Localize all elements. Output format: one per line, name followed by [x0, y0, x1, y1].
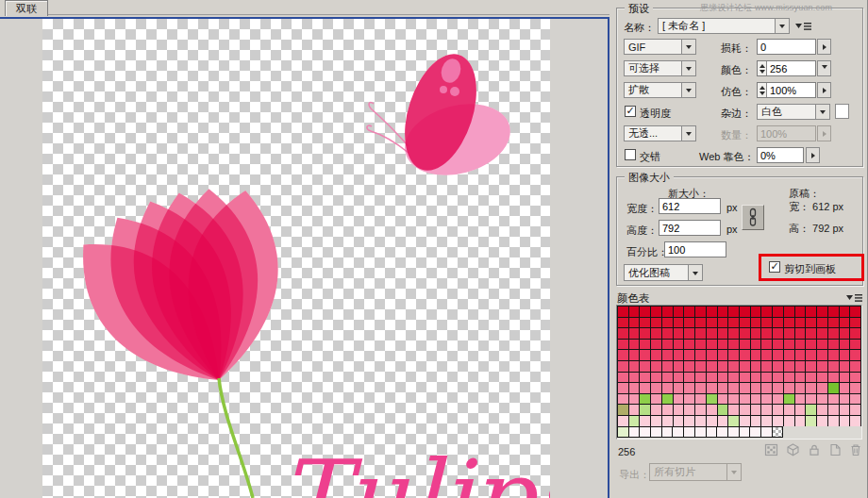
color-swatch[interactable]	[629, 328, 640, 339]
color-swatch[interactable]	[817, 340, 827, 350]
color-swatch[interactable]	[718, 416, 728, 426]
color-swatch[interactable]	[784, 340, 794, 350]
color-swatch[interactable]	[740, 416, 750, 426]
color-swatch[interactable]	[750, 427, 760, 438]
color-swatch[interactable]	[761, 318, 772, 328]
color-swatch[interactable]	[618, 361, 628, 372]
color-swatch[interactable]	[695, 383, 706, 393]
color-swatch[interactable]	[662, 427, 673, 438]
color-swatch[interactable]	[751, 307, 761, 317]
color-swatch[interactable]	[662, 318, 673, 328]
palette-combo[interactable]: 可选择	[624, 60, 696, 76]
color-swatch[interactable]	[640, 307, 650, 317]
color-swatch[interactable]	[773, 383, 783, 393]
color-swatch[interactable]	[761, 427, 772, 438]
color-swatch[interactable]	[717, 427, 727, 438]
color-swatch[interactable]	[662, 350, 673, 360]
color-swatch[interactable]	[618, 416, 628, 426]
color-swatch[interactable]	[640, 350, 650, 360]
color-swatch[interactable]	[840, 405, 850, 415]
color-swatch[interactable]	[684, 318, 694, 328]
matte-dropdown-arrow[interactable]	[815, 105, 829, 119]
color-swatch[interactable]	[840, 394, 850, 405]
color-swatch[interactable]	[662, 361, 673, 372]
color-swatch[interactable]	[784, 307, 794, 317]
color-swatch[interactable]	[761, 383, 772, 393]
color-swatch[interactable]	[806, 394, 816, 405]
color-swatch[interactable]	[651, 328, 661, 339]
color-swatch[interactable]	[695, 328, 706, 339]
percent-input[interactable]	[665, 242, 726, 257]
tab-2up[interactable]: 双联	[5, 0, 48, 16]
color-swatch[interactable]	[740, 350, 750, 360]
transparency-swatch[interactable]	[773, 427, 783, 438]
color-swatch[interactable]	[618, 405, 628, 415]
color-swatch[interactable]	[751, 328, 761, 339]
color-swatch[interactable]	[751, 340, 761, 350]
color-swatch[interactable]	[684, 416, 694, 426]
color-swatch[interactable]	[662, 394, 673, 405]
color-swatch[interactable]	[629, 383, 640, 393]
color-swatch[interactable]	[728, 318, 739, 328]
new-color-icon[interactable]	[828, 443, 842, 456]
color-swatch[interactable]	[718, 307, 728, 317]
color-swatch[interactable]	[773, 405, 783, 415]
color-swatch[interactable]	[651, 361, 661, 372]
color-swatch[interactable]	[840, 318, 850, 328]
color-swatch[interactable]	[707, 361, 717, 372]
color-swatch[interactable]	[684, 361, 694, 372]
color-swatch[interactable]	[651, 383, 661, 393]
palette-dropdown-arrow[interactable]	[681, 61, 695, 75]
color-swatch[interactable]	[662, 405, 673, 415]
color-swatch[interactable]	[784, 394, 794, 405]
color-swatch[interactable]	[751, 373, 761, 383]
color-swatch[interactable]	[618, 427, 628, 438]
color-swatch[interactable]	[651, 416, 661, 426]
color-swatch[interactable]	[728, 373, 739, 383]
color-swatch[interactable]	[850, 416, 860, 426]
color-swatch[interactable]	[674, 394, 684, 405]
color-swatch[interactable]	[695, 307, 706, 317]
color-swatch[interactable]	[684, 328, 694, 339]
color-swatch[interactable]	[662, 307, 673, 317]
color-swatch[interactable]	[728, 328, 739, 339]
color-swatch[interactable]	[707, 340, 717, 350]
lossy-input[interactable]	[758, 40, 815, 54]
color-swatch[interactable]	[806, 340, 816, 350]
color-swatch[interactable]	[773, 416, 783, 426]
matte-color-swatch[interactable]	[835, 104, 849, 119]
color-swatch[interactable]	[695, 427, 706, 438]
color-swatch[interactable]	[850, 340, 860, 350]
optimize-artwork-combo[interactable]: 优化图稿	[624, 264, 703, 281]
transparency-checkbox[interactable]	[625, 106, 636, 117]
link-dimensions-button[interactable]	[742, 205, 764, 230]
color-swatch[interactable]	[840, 307, 850, 317]
color-swatch[interactable]	[817, 383, 827, 393]
color-swatch[interactable]	[761, 328, 772, 339]
color-swatch[interactable]	[651, 373, 661, 383]
map-transparency-icon[interactable]	[764, 443, 778, 456]
color-swatch[interactable]	[662, 416, 673, 426]
color-swatch[interactable]	[684, 340, 694, 350]
color-swatch[interactable]	[640, 416, 650, 426]
color-swatch[interactable]	[784, 350, 794, 360]
interlaced-checkbox[interactable]	[625, 149, 636, 160]
color-swatch[interactable]	[640, 373, 650, 383]
color-swatch[interactable]	[674, 318, 684, 328]
color-swatch[interactable]	[850, 405, 860, 415]
color-swatch[interactable]	[784, 361, 794, 372]
color-swatch[interactable]	[840, 383, 850, 393]
color-swatch[interactable]	[707, 394, 717, 405]
color-swatch[interactable]	[684, 350, 694, 360]
color-swatch[interactable]	[651, 427, 661, 438]
color-swatch[interactable]	[740, 340, 750, 350]
color-swatch[interactable]	[707, 405, 717, 415]
color-swatch[interactable]	[629, 427, 640, 438]
color-swatch[interactable]	[806, 405, 816, 415]
color-swatch[interactable]	[828, 340, 839, 350]
color-swatch[interactable]	[640, 340, 650, 350]
height-input[interactable]	[659, 221, 720, 235]
color-swatch[interactable]	[728, 405, 739, 415]
color-swatch[interactable]	[618, 307, 628, 317]
color-swatch[interactable]	[840, 350, 850, 360]
